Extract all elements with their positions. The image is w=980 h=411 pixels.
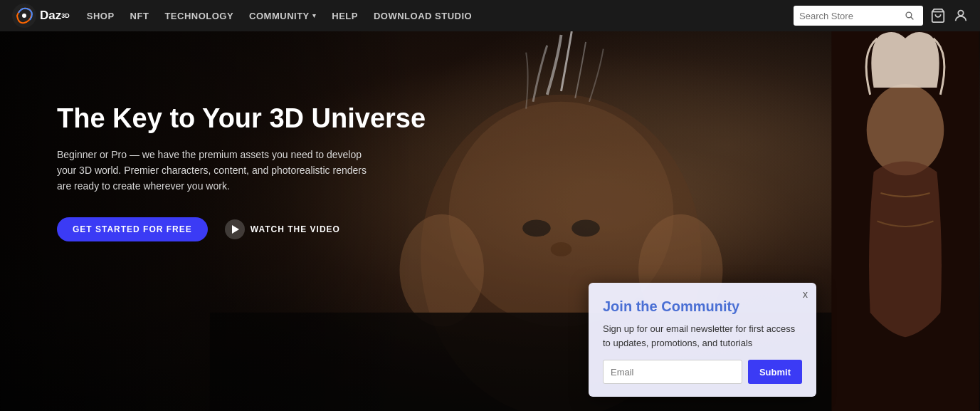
nav-item-technology[interactable]: TECHNOLOGY	[164, 11, 233, 21]
search-icon	[905, 11, 915, 21]
nav-links: SHOP NFT TECHNOLOGY COMMUNITY ▾ HELP DOW…	[87, 11, 794, 21]
community-popup: x Join the Community Sign up for our ema…	[589, 283, 816, 397]
search-bar[interactable]	[794, 6, 923, 26]
popup-close-button[interactable]: x	[803, 288, 808, 300]
svg-point-11	[571, 220, 599, 237]
watch-video-button[interactable]: WATCH THE VIDEO	[225, 219, 340, 239]
cart-icon[interactable]	[930, 8, 946, 24]
hero-subtitle: Beginner or Pro — we have the premium as…	[57, 147, 370, 194]
svg-point-1	[22, 14, 26, 18]
nav-item-shop[interactable]: SHOP	[87, 11, 115, 21]
hero-section: The Key to Your 3D Universe Beginner or …	[0, 31, 980, 411]
chevron-down-icon: ▾	[312, 12, 317, 19]
svg-point-5	[958, 11, 963, 16]
popup-title: Join the Community	[603, 298, 802, 315]
nav-right	[794, 6, 969, 26]
hero-buttons: GET STARTED FOR FREE WATCH THE VIDEO	[57, 217, 434, 241]
hero-title: The Key to Your 3D Universe	[57, 103, 434, 135]
play-icon	[225, 219, 245, 239]
svg-line-3	[911, 17, 913, 19]
nav-item-download-studio[interactable]: DOWNLOAD STUDIO	[374, 11, 472, 21]
logo-text: Daz	[40, 9, 61, 23]
hero-content: The Key to Your 3D Universe Beginner or …	[57, 103, 434, 241]
svg-point-10	[522, 220, 550, 237]
nav-item-community[interactable]: COMMUNITY ▾	[249, 11, 316, 21]
popup-email-input[interactable]	[603, 360, 742, 384]
nav-item-help[interactable]: HELP	[332, 11, 358, 21]
svg-point-12	[551, 242, 572, 256]
logo[interactable]: Daz 3D	[11, 3, 70, 28]
logo-superscript: 3D	[61, 12, 70, 19]
hero-side-character	[831, 31, 980, 411]
watch-video-label: WATCH THE VIDEO	[251, 224, 340, 234]
search-input[interactable]	[799, 11, 905, 21]
popup-form: Submit	[603, 360, 802, 384]
popup-description: Sign up for our email newsletter for fir…	[603, 322, 802, 350]
navbar: Daz 3D SHOP NFT TECHNOLOGY COMMUNITY ▾ H…	[0, 0, 980, 31]
user-icon[interactable]	[953, 8, 969, 24]
nav-item-nft[interactable]: NFT	[130, 11, 149, 21]
popup-submit-button[interactable]: Submit	[748, 360, 802, 384]
play-triangle	[232, 225, 239, 234]
get-started-button[interactable]: GET STARTED FOR FREE	[57, 217, 208, 241]
